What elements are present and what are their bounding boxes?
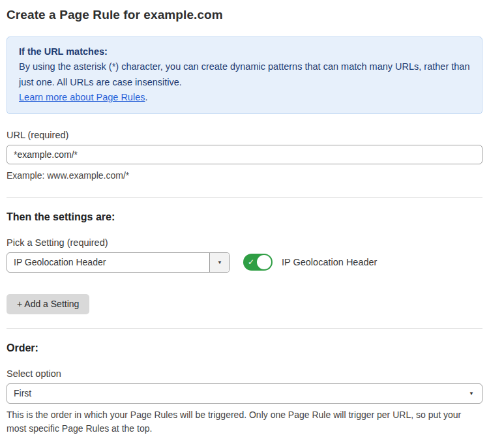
- setting-select-value: IP Geolocation Header: [7, 253, 209, 272]
- order-section-heading: Order:: [7, 342, 482, 354]
- ip-geolocation-toggle[interactable]: ✓: [243, 254, 273, 271]
- link-period: .: [145, 92, 147, 102]
- url-field-label: URL (required): [7, 130, 482, 140]
- order-select[interactable]: First ▼: [7, 383, 482, 404]
- settings-section-heading: Then the settings are:: [7, 211, 482, 223]
- url-example-helper: Example: www.example.com/*: [7, 169, 482, 183]
- setting-select-arrow-button[interactable]: ▼: [209, 253, 230, 272]
- setting-row: IP Geolocation Header ▼ ✓ IP Geolocation…: [7, 252, 482, 273]
- divider: [7, 328, 482, 329]
- url-match-info-box: If the URL matches: By using the asteris…: [7, 37, 482, 114]
- info-box-body: By using the asterisk (*) character, you…: [19, 59, 470, 90]
- page-title: Create a Page Rule for example.com: [7, 8, 482, 22]
- order-select-value: First: [14, 388, 31, 398]
- divider: [7, 197, 482, 198]
- chevron-down-icon: ▼: [469, 391, 474, 396]
- add-setting-button[interactable]: + Add a Setting: [7, 294, 89, 314]
- order-helper-text: This is the order in which your Page Rul…: [7, 408, 482, 436]
- order-select-label: Select option: [7, 368, 482, 379]
- check-icon: ✓: [248, 258, 254, 266]
- learn-more-link[interactable]: Learn more about Page Rules: [19, 92, 145, 102]
- info-box-link-line: Learn more about Page Rules.: [19, 90, 470, 105]
- setting-select[interactable]: IP Geolocation Header ▼: [7, 252, 230, 273]
- toggle-knob: [257, 255, 271, 269]
- info-box-heading: If the URL matches:: [19, 44, 470, 59]
- chevron-down-icon: ▼: [217, 260, 222, 265]
- page-rule-form: Create a Page Rule for example.com If th…: [0, 0, 489, 448]
- setting-picker-label: Pick a Setting (required): [7, 237, 482, 248]
- url-input[interactable]: [7, 145, 482, 164]
- toggle-label: IP Geolocation Header: [282, 257, 377, 267]
